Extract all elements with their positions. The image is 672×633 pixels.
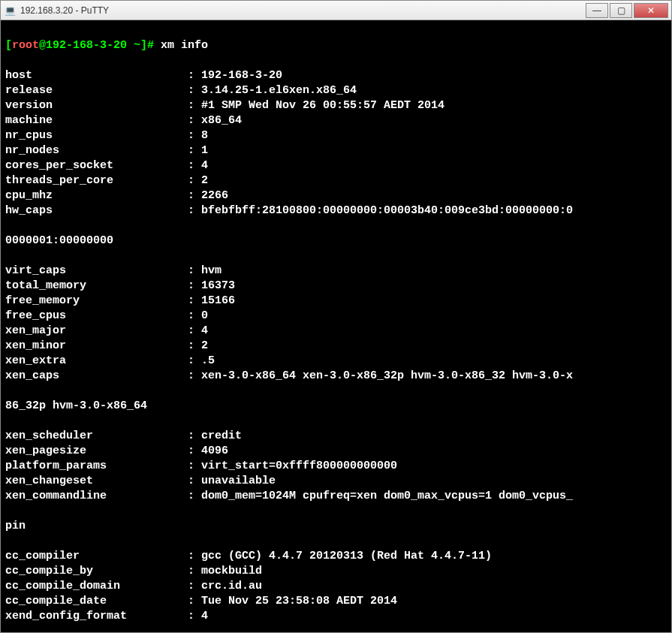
- info-row: xen_major : 4: [5, 324, 667, 339]
- xm-info-output-4: cc_compiler : gcc (GCC) 4.4.7 20120313 (…: [5, 549, 667, 624]
- info-row: free_cpus : 0: [5, 309, 667, 324]
- titlebar[interactable]: 💻 192.168.3.20 - PuTTY — ▢ ✕: [1, 1, 671, 20]
- info-row: cc_compile_domain : crc.id.au: [5, 579, 667, 594]
- info-row: cc_compile_by : mockbuild: [5, 564, 667, 579]
- maximize-button[interactable]: ▢: [610, 3, 632, 18]
- minimize-button[interactable]: —: [586, 3, 608, 18]
- xm-info-output-2: virt_caps : hvmtotal_memory : 16373free_…: [5, 264, 667, 384]
- info-row: cores_per_socket : 4: [5, 158, 667, 173]
- hw-caps-wrap: 0000001:00000000: [5, 234, 667, 249]
- xm-info-output-3: xen_scheduler : creditxen_pagesize : 409…: [5, 429, 667, 504]
- prompt-line-1: [root@192-168-3-20 ~]# xm info: [5, 38, 667, 53]
- info-row: xen_minor : 2: [5, 339, 667, 354]
- info-row: xen_commandline : dom0_mem=1024M cpufreq…: [5, 489, 667, 504]
- info-row: xen_pagesize : 4096: [5, 444, 667, 459]
- info-row: total_memory : 16373: [5, 279, 667, 294]
- info-row: nr_cpus : 8: [5, 128, 667, 143]
- xm-info-output: host : 192-168-3-20release : 3.14.25-1.e…: [5, 68, 667, 219]
- info-row: platform_params : virt_start=0xffff80000…: [5, 459, 667, 474]
- info-row: xen_scheduler : credit: [5, 429, 667, 444]
- xen-caps-wrap: 86_32p hvm-3.0-x86_64: [5, 399, 667, 414]
- window-title: 192.168.3.20 - PuTTY: [20, 5, 584, 16]
- info-row: hw_caps : bfebfbff:28100800:00000000:000…: [5, 203, 667, 219]
- info-row: xen_caps : xen-3.0-x86_64 xen-3.0-x86_32…: [5, 369, 667, 384]
- window: 💻 192.168.3.20 - PuTTY — ▢ ✕ [root@192-1…: [0, 0, 672, 633]
- info-row: cpu_mhz : 2266: [5, 188, 667, 203]
- info-row: cc_compiler : gcc (GCC) 4.4.7 20120313 (…: [5, 549, 667, 564]
- info-row: host : 192-168-3-20: [5, 68, 667, 83]
- info-row: xen_changeset : unavailable: [5, 474, 667, 489]
- info-row: virt_caps : hvm: [5, 264, 667, 279]
- info-row: threads_per_core : 2: [5, 173, 667, 188]
- terminal[interactable]: [root@192-168-3-20 ~]# xm info host : 19…: [1, 20, 671, 632]
- info-row: free_memory : 15166: [5, 294, 667, 309]
- info-row: release : 3.14.25-1.el6xen.x86_64: [5, 83, 667, 98]
- window-controls: — ▢ ✕: [584, 3, 668, 18]
- info-row: nr_nodes : 1: [5, 143, 667, 158]
- close-button[interactable]: ✕: [634, 3, 668, 18]
- info-row: version : #1 SMP Wed Nov 26 00:55:57 AED…: [5, 98, 667, 113]
- info-row: machine : x86_64: [5, 113, 667, 128]
- info-row: xen_extra : .5: [5, 354, 667, 369]
- putty-icon: 💻: [4, 5, 16, 17]
- xen-cmdline-wrap: pin: [5, 519, 667, 534]
- info-row: cc_compile_date : Tue Nov 25 23:58:08 AE…: [5, 594, 667, 609]
- command-xm-info: xm info: [161, 39, 208, 52]
- info-row: xend_config_format : 4: [5, 609, 667, 624]
